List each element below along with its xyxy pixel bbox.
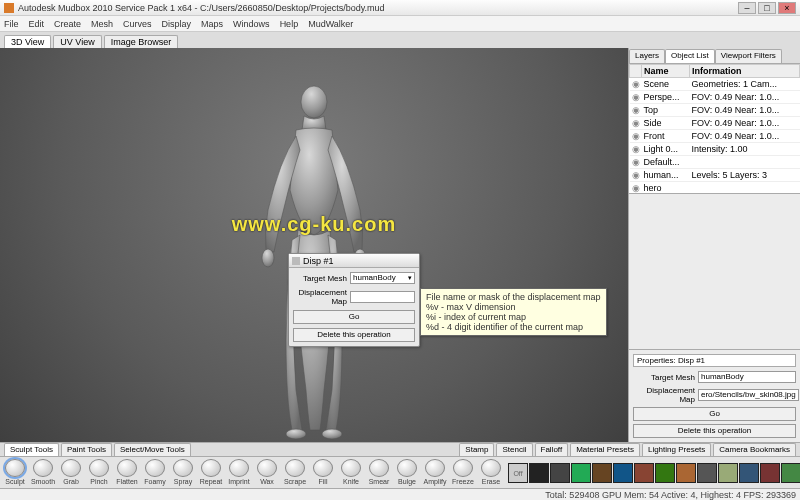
visibility-icon[interactable]: ◉ (630, 91, 642, 104)
visibility-icon[interactable]: ◉ (630, 78, 642, 91)
tab-paint-tools[interactable]: Paint Tools (61, 443, 112, 456)
stamp-swatch[interactable] (634, 463, 654, 483)
maximize-button[interactable]: □ (758, 2, 776, 14)
tool-scrape[interactable]: Scrape (282, 459, 308, 486)
tool-foamy[interactable]: Foamy (142, 459, 168, 486)
tool-icon (89, 459, 109, 477)
close-button[interactable]: × (778, 2, 796, 14)
dropdown-target-mesh[interactable]: humanBody (350, 272, 415, 284)
visibility-icon[interactable]: ◉ (630, 143, 642, 156)
menu-create[interactable]: Create (54, 19, 81, 29)
stamp-swatch[interactable] (613, 463, 633, 483)
tool-flatten[interactable]: Flatten (114, 459, 140, 486)
visibility-icon[interactable]: ◉ (630, 182, 642, 195)
tab-viewport-filters[interactable]: Viewport Filters (715, 49, 782, 63)
tool-imprint[interactable]: Imprint (226, 459, 252, 486)
object-row[interactable]: ◉Light 0...Intensity: 1.00 (630, 143, 800, 156)
sculpt-tool-tray: SculptSmoothGrabPinchFlattenFoamySprayRe… (0, 457, 506, 488)
stamp-swatch[interactable] (655, 463, 675, 483)
visibility-icon[interactable]: ◉ (630, 130, 642, 143)
visibility-icon[interactable]: ◉ (630, 117, 642, 130)
stamp-swatch[interactable] (781, 463, 800, 483)
tool-fill[interactable]: Fill (310, 459, 336, 486)
visibility-icon[interactable]: ◉ (630, 169, 642, 182)
menu-curves[interactable]: Curves (123, 19, 152, 29)
tab-sculpt-tools[interactable]: Sculpt Tools (4, 443, 59, 456)
tool-repeat[interactable]: Repeat (198, 459, 224, 486)
tool-label: Spray (174, 478, 192, 485)
props-input-disp-map[interactable]: ero/Stencils/bw_skin08.jpg (698, 389, 799, 401)
tool-wax[interactable]: Wax (254, 459, 280, 486)
object-row[interactable]: ◉Perspe...FOV: 0.49 Near: 1.0... (630, 91, 800, 104)
stamp-off[interactable]: Off (508, 463, 528, 483)
tab-3d-view[interactable]: 3D View (4, 35, 51, 48)
tab-stamp[interactable]: Stamp (459, 443, 494, 456)
app-icon (4, 3, 14, 13)
menu-maps[interactable]: Maps (201, 19, 223, 29)
go-button[interactable]: Go (293, 310, 415, 324)
tool-smooth[interactable]: Smooth (30, 459, 56, 486)
delete-operation-button[interactable]: Delete this operation (293, 328, 415, 342)
stamp-swatch[interactable] (676, 463, 696, 483)
stamp-swatch[interactable] (592, 463, 612, 483)
tool-amplify[interactable]: Amplify (422, 459, 448, 486)
tab-object-list[interactable]: Object List (665, 49, 715, 63)
tool-sculpt[interactable]: Sculpt (2, 459, 28, 486)
input-disp-map[interactable] (350, 291, 415, 303)
stamp-swatch[interactable] (739, 463, 759, 483)
tab-layers[interactable]: Layers (629, 49, 665, 63)
dialog-titlebar[interactable]: Disp #1 (289, 254, 419, 268)
props-dropdown-target-mesh[interactable]: humanBody (698, 371, 796, 383)
object-list[interactable]: Name Information ◉SceneGeometries: 1 Cam… (629, 64, 800, 194)
svg-point-3 (286, 429, 306, 439)
col-name[interactable]: Name (642, 65, 690, 78)
dialog-disp1[interactable]: Disp #1 Target Mesh humanBody Displaceme… (288, 253, 420, 347)
tool-pinch[interactable]: Pinch (86, 459, 112, 486)
tab-image-browser[interactable]: Image Browser (104, 35, 179, 48)
stamp-swatch[interactable] (550, 463, 570, 483)
window-title: Autodesk Mudbox 2010 Service Pack 1 x64 … (18, 3, 736, 13)
stamp-swatch[interactable] (571, 463, 591, 483)
object-row[interactable]: ◉FrontFOV: 0.49 Near: 1.0... (630, 130, 800, 143)
tab-falloff[interactable]: Falloff (535, 443, 569, 456)
stamp-swatch[interactable] (718, 463, 738, 483)
object-row[interactable]: ◉Default... (630, 156, 800, 169)
object-row[interactable]: ◉human...Levels: 5 Layers: 3 (630, 169, 800, 182)
col-info[interactable]: Information (690, 65, 800, 78)
visibility-icon[interactable]: ◉ (630, 156, 642, 169)
tab-lighting-presets[interactable]: Lighting Presets (642, 443, 711, 456)
tab-camera-bookmarks[interactable]: Camera Bookmarks (713, 443, 796, 456)
tool-grab[interactable]: Grab (58, 459, 84, 486)
tab-stencil[interactable]: Stencil (496, 443, 532, 456)
viewport-3d[interactable]: www.cg-ku.com Disp #1 Target Mesh humanB… (0, 48, 628, 442)
tab-select-move-tools[interactable]: Select/Move Tools (114, 443, 191, 456)
visibility-icon[interactable]: ◉ (630, 104, 642, 117)
object-row[interactable]: ◉TopFOV: 0.49 Near: 1.0... (630, 104, 800, 117)
props-delete-button[interactable]: Delete this operation (633, 424, 796, 438)
menu-display[interactable]: Display (162, 19, 192, 29)
tool-spray[interactable]: Spray (170, 459, 196, 486)
minimize-button[interactable]: – (738, 2, 756, 14)
menu-edit[interactable]: Edit (29, 19, 45, 29)
tab-uv-view[interactable]: UV View (53, 35, 101, 48)
object-row[interactable]: ◉SceneGeometries: 1 Cam... (630, 78, 800, 91)
object-row[interactable]: ◉SideFOV: 0.49 Near: 1.0... (630, 117, 800, 130)
window-titlebar: Autodesk Mudbox 2010 Service Pack 1 x64 … (0, 0, 800, 16)
object-row[interactable]: ◉hero (630, 182, 800, 195)
tool-bulge[interactable]: Bulge (394, 459, 420, 486)
tool-label: Freeze (452, 478, 474, 485)
menu-windows[interactable]: Windows (233, 19, 270, 29)
menu-help[interactable]: Help (280, 19, 299, 29)
props-go-button[interactable]: Go (633, 407, 796, 421)
menu-mesh[interactable]: Mesh (91, 19, 113, 29)
menu-mudwalker[interactable]: MudWalker (308, 19, 353, 29)
menu-file[interactable]: File (4, 19, 19, 29)
stamp-swatch[interactable] (697, 463, 717, 483)
tab-material-presets[interactable]: Material Presets (570, 443, 640, 456)
tool-freeze[interactable]: Freeze (450, 459, 476, 486)
tool-knife[interactable]: Knife (338, 459, 364, 486)
tool-erase[interactable]: Erase (478, 459, 504, 486)
stamp-swatch[interactable] (760, 463, 780, 483)
stamp-swatch[interactable] (529, 463, 549, 483)
tool-smear[interactable]: Smear (366, 459, 392, 486)
